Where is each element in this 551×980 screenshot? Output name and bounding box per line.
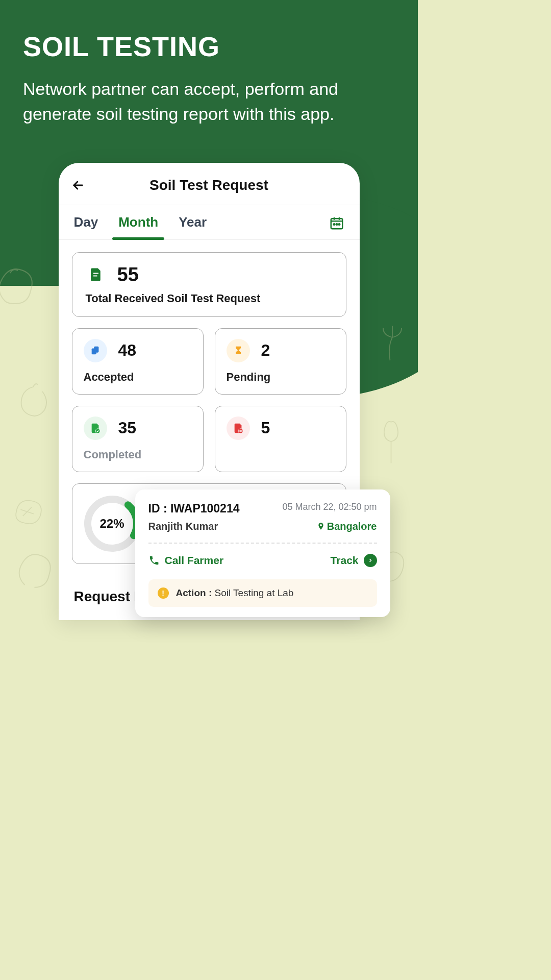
pending-value: 2: [261, 341, 270, 360]
calendar-icon[interactable]: [329, 215, 344, 231]
document-icon: [86, 264, 106, 285]
hero-title: SOIL TESTING: [23, 31, 395, 62]
svg-point-1: [333, 224, 335, 225]
stat-rejected: 5: [215, 406, 346, 472]
stat-completed: 35 Completed: [72, 406, 204, 472]
phone-icon: [148, 555, 160, 566]
hourglass-icon: [227, 339, 250, 362]
accepted-label: Accepted: [84, 371, 192, 384]
svg-point-3: [338, 224, 340, 225]
action-banner: ! Action : Soil Testing at Lab: [148, 579, 377, 607]
app-screen: Soil Test Request Day Month Year 55 Tota…: [59, 163, 360, 620]
pin-icon: [317, 521, 325, 531]
completed-value: 35: [118, 419, 137, 437]
alert-icon: !: [158, 587, 169, 599]
file-cancel-icon: [227, 416, 250, 440]
detail-location: Bangalore: [317, 521, 377, 532]
request-detail-card[interactable]: ID : IWAP100214 05 March 22, 02:50 pm Ra…: [135, 489, 390, 617]
stat-accepted: 48 Accepted: [72, 328, 204, 395]
pending-label: Pending: [227, 371, 335, 384]
progress-percent: 22%: [82, 493, 143, 554]
accepted-value: 48: [118, 341, 137, 360]
svg-rect-5: [94, 346, 98, 352]
page-title: Soil Test Request: [71, 177, 347, 193]
action-text: Action : Soil Testing at Lab: [176, 587, 294, 599]
tab-year[interactable]: Year: [179, 214, 207, 239]
stat-pending: 2 Pending: [215, 328, 346, 395]
total-label: Total Received Soil Test Request: [86, 292, 333, 305]
progress-donut: 22%: [82, 493, 143, 554]
detail-id: ID : IWAP100214: [148, 502, 240, 516]
hero-subtitle: Network partner can accept, perform and …: [23, 77, 395, 127]
tab-day[interactable]: Day: [74, 214, 98, 239]
total-value: 55: [117, 264, 139, 286]
time-tabs: Day Month Year: [59, 205, 360, 240]
chevron-right-icon: [364, 554, 377, 567]
total-card: 55 Total Received Soil Test Request: [72, 252, 346, 317]
completed-label: Completed: [84, 448, 192, 461]
call-farmer-button[interactable]: Call Farmer: [148, 554, 224, 567]
tab-month[interactable]: Month: [118, 214, 158, 239]
svg-point-2: [336, 224, 337, 225]
copy-icon: [84, 339, 107, 362]
track-button[interactable]: Track: [331, 554, 377, 567]
detail-name: Ranjith Kumar: [148, 521, 218, 532]
file-check-icon: [84, 416, 107, 440]
detail-date: 05 March 22, 02:50 pm: [282, 502, 377, 512]
rejected-value: 5: [261, 419, 270, 437]
